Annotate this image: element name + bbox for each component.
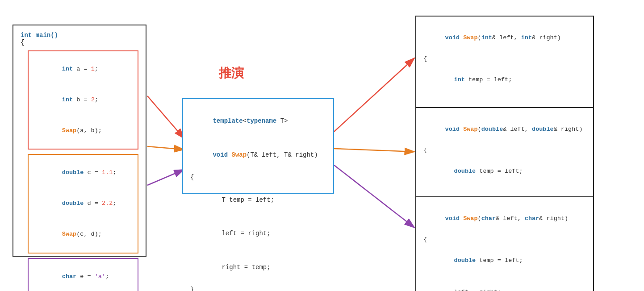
- main-signature: int main(): [21, 32, 138, 39]
- rtop-line3: int temp = left;: [423, 64, 586, 96]
- center-label: 推演: [219, 65, 244, 82]
- main-sig-text: int main(): [21, 32, 58, 39]
- svg-line-10: [334, 149, 414, 152]
- red-line3: Swap(a, b);: [33, 116, 133, 146]
- rmid-line3: double temp = left;: [423, 156, 586, 187]
- rmid-line1: void Swap(double& left, double& right): [423, 113, 586, 145]
- svg-line-6: [147, 96, 184, 138]
- svg-line-8: [147, 170, 184, 185]
- template-line2: void Swap(T& left, T& right): [190, 138, 326, 172]
- template-line3: {: [190, 172, 326, 183]
- main-container: int main() { int a = 1; int b = 2; Swap(…: [0, 0, 644, 291]
- template-line5: left = right;: [190, 217, 326, 251]
- svg-line-9: [334, 58, 414, 132]
- red-line2: int b = 2;: [33, 85, 133, 116]
- rbot-line4: left = right;: [423, 276, 586, 291]
- svg-line-11: [334, 165, 414, 228]
- rmid-line2: {: [423, 145, 586, 156]
- template-line4: T temp = left;: [190, 183, 326, 217]
- orange-line3: Swap(c, d);: [33, 219, 133, 250]
- center-template-box: template<typename T> void Swap(T& left, …: [182, 98, 334, 194]
- red-inner-box: int a = 1; int b = 2; Swap(a, b);: [28, 50, 138, 150]
- purple-inner-box: char e = 'a'; char f = 'b'; Swap(e, f);: [28, 258, 138, 291]
- main-brace-open: {: [21, 39, 138, 46]
- red-line1: int a = 1;: [33, 54, 133, 85]
- rtop-line2: {: [423, 54, 586, 64]
- left-code-box: int main() { int a = 1; int b = 2; Swap(…: [13, 25, 146, 257]
- orange-line1: double c = 1.1;: [33, 158, 133, 188]
- orange-line2: double d = 2.2;: [33, 188, 133, 219]
- template-line6: right = temp;: [190, 250, 326, 284]
- right-bot-box: void Swap(char& left, char& right) { dou…: [415, 196, 594, 291]
- svg-line-7: [147, 146, 184, 150]
- template-line1: template<typename T>: [190, 104, 326, 138]
- rtop-line1: void Swap(int& left, int& right): [423, 22, 586, 54]
- rbot-line3: double temp = left;: [423, 245, 586, 277]
- purple-line1: char e = 'a';: [33, 262, 133, 291]
- rbot-line2: {: [423, 234, 586, 245]
- rbot-line1: void Swap(char& left, char& right): [423, 203, 586, 234]
- orange-inner-box: double c = 1.1; double d = 2.2; Swap(c, …: [28, 154, 138, 253]
- template-line7: }: [190, 284, 326, 291]
